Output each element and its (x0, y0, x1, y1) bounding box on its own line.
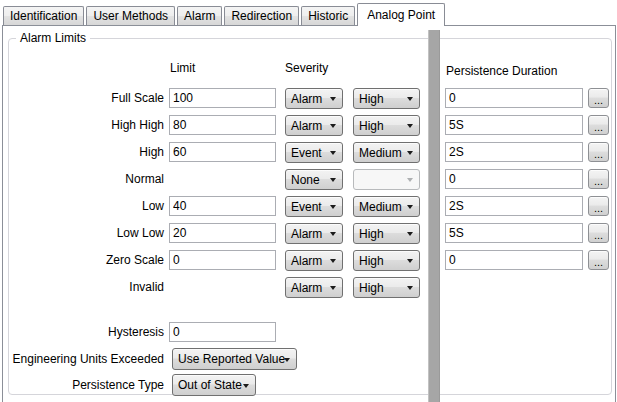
persistence-browse-button-low-low[interactable]: ... (588, 223, 609, 243)
severity-type-select-high[interactable]: Event (285, 142, 343, 163)
chevron-down-icon (407, 124, 413, 128)
limit-input-high[interactable] (169, 142, 276, 162)
persistence-browse-button-zero-scale[interactable]: ... (588, 250, 609, 270)
row-label-full-scale: Full Scale (111, 91, 164, 105)
chevron-down-icon (407, 286, 413, 290)
severity-level-value: High (359, 92, 384, 106)
persistence-browse-button-full-scale[interactable]: ... (588, 88, 609, 108)
chevron-down-icon (243, 384, 249, 388)
severity-type-value: None (291, 173, 320, 187)
tab-identification[interactable]: Identification (3, 6, 84, 25)
severity-type-value: Alarm (291, 92, 322, 106)
chevron-down-icon (330, 232, 336, 236)
limit-input-full-scale[interactable] (169, 88, 276, 108)
severity-type-select-zero-scale[interactable]: Alarm (285, 250, 343, 271)
chevron-down-icon (284, 358, 290, 362)
row-label-normal: Normal (125, 172, 164, 186)
severity-level-select-zero-scale[interactable]: High (353, 250, 420, 271)
severity-level-select-low-low[interactable]: High (353, 223, 420, 244)
chevron-down-icon (407, 97, 413, 101)
tab-analog-point[interactable]: Analog Point (357, 3, 445, 26)
chevron-down-icon (407, 232, 413, 236)
persistence-input-normal[interactable] (445, 169, 583, 189)
row-label-low-low: Low Low (117, 226, 164, 240)
chevron-down-icon (330, 97, 336, 101)
severity-level-value: Medium (359, 146, 402, 160)
limit-input-low-low[interactable] (169, 223, 276, 243)
chevron-down-icon (407, 259, 413, 263)
engineering-units-exceeded-select[interactable]: Use Reported Value (172, 348, 297, 370)
limit-input-low[interactable] (169, 196, 276, 216)
severity-level-select-normal (353, 169, 420, 190)
persistence-type-select[interactable]: Out of State (172, 374, 256, 396)
severity-type-value: Event (291, 146, 322, 160)
severity-type-select-low[interactable]: Event (285, 196, 343, 217)
chevron-down-icon (407, 205, 413, 209)
limit-column-header: Limit (170, 61, 195, 75)
analog-point-dialog: Identification User Methods Alarm Redire… (0, 0, 617, 402)
limit-input-high-high[interactable] (169, 115, 276, 135)
persistence-browse-button-low[interactable]: ... (588, 196, 609, 216)
severity-type-select-full-scale[interactable]: Alarm (285, 88, 343, 109)
tab-redirection[interactable]: Redirection (224, 6, 299, 25)
severity-type-select-invalid[interactable]: Alarm (285, 277, 343, 298)
chevron-down-icon (407, 178, 413, 182)
row-label-zero-scale: Zero Scale (106, 253, 164, 267)
persistence-input-high-high[interactable] (445, 115, 583, 135)
severity-level-select-low[interactable]: Medium (353, 196, 420, 217)
severity-type-value: Alarm (291, 119, 322, 133)
severity-level-value: High (359, 119, 384, 133)
severity-type-value: Event (291, 200, 322, 214)
hysteresis-label: Hysteresis (108, 325, 164, 339)
chevron-down-icon (330, 178, 336, 182)
persistence-input-low[interactable] (445, 196, 583, 216)
persistence-input-high[interactable] (445, 142, 583, 162)
persistence-browse-button-high[interactable]: ... (588, 142, 609, 162)
chevron-down-icon (407, 151, 413, 155)
persistence-type-value: Out of State (178, 378, 242, 392)
tab-historic[interactable]: Historic (301, 6, 355, 25)
severity-level-value: High (359, 227, 384, 241)
chevron-down-icon (330, 151, 336, 155)
chevron-down-icon (330, 286, 336, 290)
severity-level-value: High (359, 254, 384, 268)
alarm-limits-group-title: Alarm Limits (16, 31, 90, 45)
tab-user-methods[interactable]: User Methods (86, 6, 175, 25)
row-label-high: High (139, 145, 164, 159)
severity-level-select-full-scale[interactable]: High (353, 88, 420, 109)
tab-alarm[interactable]: Alarm (177, 6, 222, 25)
hysteresis-input[interactable] (169, 322, 276, 342)
persistence-input-low-low[interactable] (445, 223, 583, 243)
persistence-duration-column-header: Persistence Duration (446, 64, 557, 78)
severity-column-header: Severity (285, 61, 328, 75)
chevron-down-icon (330, 124, 336, 128)
persistence-input-full-scale[interactable] (445, 88, 583, 108)
vertical-splitter[interactable] (428, 30, 440, 402)
severity-type-value: Alarm (291, 227, 322, 241)
severity-type-value: Alarm (291, 254, 322, 268)
severity-level-select-invalid[interactable]: High (353, 277, 420, 298)
chevron-down-icon (330, 205, 336, 209)
persistence-browse-button-normal[interactable]: ... (588, 169, 609, 189)
limit-input-zero-scale[interactable] (169, 250, 276, 270)
row-label-high-high: High High (111, 118, 164, 132)
severity-level-value: Medium (359, 200, 402, 214)
persistence-input-zero-scale[interactable] (445, 250, 583, 270)
severity-level-select-high[interactable]: Medium (353, 142, 420, 163)
severity-level-value: High (359, 281, 384, 295)
engineering-units-exceeded-value: Use Reported Value (178, 352, 285, 366)
persistence-browse-button-high-high[interactable]: ... (588, 115, 609, 135)
severity-level-select-high-high[interactable]: High (353, 115, 420, 136)
severity-type-select-low-low[interactable]: Alarm (285, 223, 343, 244)
severity-type-select-normal[interactable]: None (285, 169, 343, 190)
chevron-down-icon (330, 259, 336, 263)
severity-type-value: Alarm (291, 281, 322, 295)
row-label-low: Low (142, 199, 164, 213)
persistence-type-label: Persistence Type (72, 378, 164, 392)
tab-bar: Identification User Methods Alarm Redire… (3, 3, 447, 25)
row-label-invalid: Invalid (129, 280, 164, 294)
severity-type-select-high-high[interactable]: Alarm (285, 115, 343, 136)
engineering-units-exceeded-label: Engineering Units Exceeded (13, 352, 164, 366)
